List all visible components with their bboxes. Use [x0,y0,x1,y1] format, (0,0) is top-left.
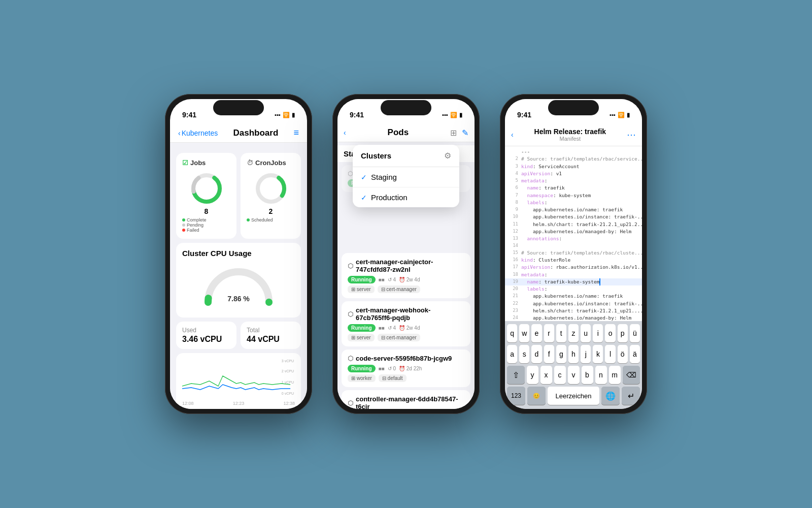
pod-status-3: Running [348,365,376,372]
wifi-icon: 🛜 [283,112,290,118]
pod-item-4[interactable]: ⬡ controller-manager-6dd4b78547-t6cjr Ru… [342,390,470,409]
keyboard-row1: q w e r t z u i o p ü [507,324,640,342]
code-line-17: 17 apiVersion: rbac.authorization.k8s.io… [505,264,642,271]
pod-icon-1: ⬡ [348,262,353,270]
code-line-11: 11 helm.sh/chart: traefik-21.2.1_up21.2.… [505,221,642,228]
code-line-sep: --- [505,148,642,155]
key-delete[interactable]: ⌫ [623,366,640,384]
key-o[interactable]: o [605,324,615,342]
pod-item-1[interactable]: ⬡ cert-manager-cainjector-747cfdfd87-zw2… [342,253,470,298]
age-meta-3: ⏰ 2d 22h [399,366,422,371]
key-r[interactable]: r [544,324,554,342]
key-p[interactable]: p [618,324,628,342]
code-line-10: 10 app.kubernetes.io/instance: traefik-.… [505,213,642,220]
key-u[interactable]: u [581,324,591,342]
code-line-6: 6 name: traefik [505,184,642,192]
code-line-24: 24 app.kubernetes.io/managed-by: Helm [505,314,642,321]
keyboard: q w e r t z u i o p ü a s d f g h j [505,321,642,409]
more-icon-3[interactable]: ⋯ [627,129,636,140]
dropdown-item-staging[interactable]: ✓ Staging [353,167,459,187]
key-v[interactable]: v [568,366,580,384]
cpu-chart-svg: 3 vCPU 2 vCPU 1 vCPU 0 vCPU [182,358,295,399]
key-d[interactable]: d [531,345,542,363]
check-staging: ✓ [361,173,367,181]
key-emoji[interactable]: 😊 [527,387,546,405]
jobs-legend: Complete Pending Failed [182,217,230,233]
check-production: ✓ [361,194,367,202]
key-k[interactable]: k [593,345,603,363]
battery-icon-2: ▮ [459,112,462,118]
pod-item-3[interactable]: ⬡ code-server-5595f6b87b-jcgw9 Running ■… [342,350,470,387]
key-h[interactable]: h [568,345,579,363]
key-y[interactable]: y [527,366,538,384]
key-x[interactable]: x [540,366,552,384]
battery-icon: ▮ [292,112,295,118]
cronjobs-donut-svg [253,171,289,206]
key-g[interactable]: g [556,345,566,363]
code-line-3: 3 kind: ServiceAccount [505,163,642,170]
key-oe[interactable]: ö [618,345,628,363]
signal-icon: ▪▪▪ [275,112,281,118]
filter-icon-2[interactable]: ⊞ [450,128,457,138]
code-line-22: 22 app.kubernetes.io/instance: traefik-.… [505,300,642,307]
key-b[interactable]: b [582,366,593,384]
clusters-dropdown[interactable]: Clusters ⚙ ✓ Staging ✓ Production [353,145,459,207]
cronjobs-icon: ⏱ [247,159,253,167]
nav-title-1: Dashboard [218,128,293,138]
age-meta-1: ⏰ 2w 4d [399,277,420,282]
key-s[interactable]: s [519,345,529,363]
key-return[interactable]: ↵ [622,387,640,405]
gauge-container: 7.86 % [182,262,295,307]
svg-text:7.86 %: 7.86 % [227,295,250,303]
tag-server-1: ⊞ server [348,285,375,293]
cpu-card: Cluster CPU Usage 7.86 % [176,243,301,318]
back-button-1[interactable]: ‹ Kubernetes [178,129,218,137]
key-j[interactable]: j [581,345,591,363]
used-card: Used 3.46 vCPU [176,322,236,349]
key-e[interactable]: e [531,324,542,342]
cronjobs-legend: Scheduled [247,217,295,223]
svg-text:2 vCPU: 2 vCPU [282,369,294,374]
key-i[interactable]: i [593,324,603,342]
time-3: 9:41 [517,111,531,119]
key-c[interactable]: c [554,366,566,384]
key-l[interactable]: l [605,345,615,363]
key-z[interactable]: z [568,324,579,342]
jobs-card: ☑ Jobs 8 Complete Pending [176,153,236,239]
key-space[interactable]: Leerzeichen [548,387,599,405]
key-a[interactable]: a [507,345,517,363]
dynamic-island-2 [381,100,431,115]
pod-item-2[interactable]: ⬡ cert-manager-webhook-67cb765ff6-pqdjb … [342,301,470,346]
settings-icon[interactable]: ⚙ [444,151,451,161]
pod-icon-behind: ⬡ [348,170,353,177]
code-area[interactable]: --- 2 # Source: traefik/templates/rbac/s… [505,146,642,321]
jobs-count: 8 [205,207,209,215]
code-line-13: 13 annotations: [505,235,642,242]
menu-icon-1[interactable]: ≡ [293,128,299,138]
dropdown-item-production[interactable]: ✓ Production [353,187,459,207]
key-globe[interactable]: 🌐 [601,387,620,405]
key-shift[interactable]: ⇧ [507,366,525,384]
signal-icon-3: ▪▪▪ [610,112,616,118]
keyboard-bottom: 123 😊 Leerzeichen 🌐 ↵ [507,387,640,405]
edit-icon-2[interactable]: ✎ [462,128,468,138]
key-q[interactable]: q [507,324,517,342]
status-icons-1: ▪▪▪ 🛜 ▮ [275,112,295,118]
key-t[interactable]: t [556,324,566,342]
keyboard-row3: ⇧ y x c v b n m ⌫ [507,366,640,384]
dropdown-title: Clusters [361,151,391,160]
code-line-9: 9 app.kubernetes.io/name: traefik [505,206,642,213]
pod-icon-2: ⬡ [348,310,353,318]
key-m[interactable]: m [609,366,621,384]
time-1: 9:41 [182,111,196,119]
battery-icon-3: ▮ [627,112,630,118]
key-w[interactable]: w [519,324,529,342]
key-ue[interactable]: ü [630,324,640,342]
key-f[interactable]: f [544,345,554,363]
key-123[interactable]: 123 [507,387,525,405]
used-total-row: Used 3.46 vCPU Total 44 vCPU [176,322,301,349]
nav-bar-1: ‹ Kubernetes Dashboard ≡ [170,125,307,143]
dropdown-header: Clusters ⚙ [353,145,459,167]
key-n[interactable]: n [595,366,607,384]
key-ae[interactable]: ä [630,345,640,363]
